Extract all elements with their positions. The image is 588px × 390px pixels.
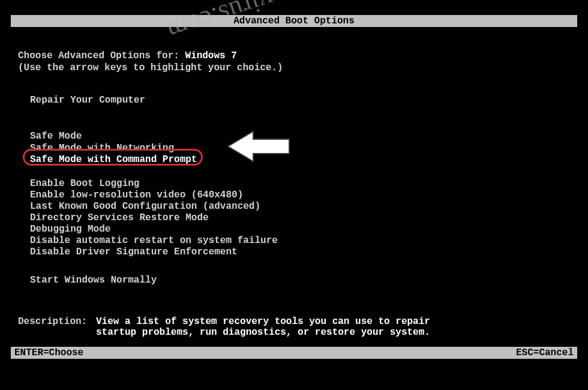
choose-prefix: Choose Advanced Options for: <box>18 50 185 61</box>
menu-directory-services-restore[interactable]: Directory Services Restore Mode <box>30 212 209 223</box>
menu-last-known-good[interactable]: Last Known Good Configuration (advanced) <box>30 201 260 212</box>
os-name: Windows 7 <box>185 50 236 61</box>
footer-bar: ENTER=Choose ESC=Cancel <box>11 347 577 359</box>
menu-repair-computer[interactable]: Repair Your Computer <box>30 95 145 106</box>
menu-safe-mode-command-prompt[interactable]: Safe Mode with Command Prompt <box>30 154 197 165</box>
footer-enter-label: ENTER=Choose <box>14 347 83 359</box>
choose-options-line: Choose Advanced Options for: Windows 7 <box>18 50 237 61</box>
menu-disable-auto-restart[interactable]: Disable automatic restart on system fail… <box>30 235 278 246</box>
menu-safe-mode[interactable]: Safe Mode <box>30 131 82 142</box>
menu-low-res-video[interactable]: Enable low-resolution video (640x480) <box>30 190 243 200</box>
menu-enable-boot-logging[interactable]: Enable Boot Logging <box>30 178 139 189</box>
menu-safe-mode-networking[interactable]: Safe Mode with Networking <box>30 143 174 154</box>
arrow-left-icon <box>222 124 294 166</box>
svg-marker-0 <box>228 131 289 161</box>
menu-disable-driver-signature[interactable]: Disable Driver Signature Enforcement <box>30 247 238 257</box>
arrow-keys-hint: (Use the arrow keys to highlight your ch… <box>18 62 283 73</box>
menu-debugging-mode[interactable]: Debugging Mode <box>30 224 110 235</box>
description-text: View a list of system recovery tools you… <box>96 316 430 338</box>
description-label: Description: <box>18 316 87 327</box>
footer-esc-label: ESC=Cancel <box>516 347 574 359</box>
menu-start-normally[interactable]: Start Windows Normally <box>30 275 157 286</box>
title-bar: Advanced Boot Options <box>11 15 577 27</box>
